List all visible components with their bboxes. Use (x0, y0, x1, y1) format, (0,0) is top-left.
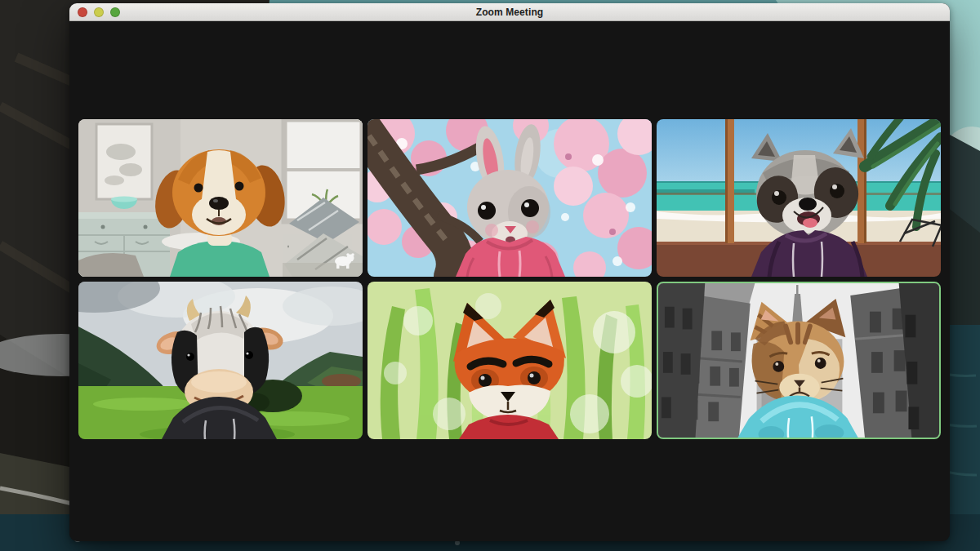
video-feed-fox (368, 282, 652, 439)
video-tile-raccoon[interactable] (657, 119, 941, 277)
video-tile-fox[interactable] (368, 282, 652, 439)
video-tile-cow[interactable] (78, 282, 363, 439)
video-feed-rabbit (368, 119, 652, 277)
video-feed-cat (658, 283, 939, 438)
raccoon-avatar (751, 128, 867, 277)
maximize-button[interactable] (110, 7, 120, 17)
video-feed-dog (78, 119, 363, 277)
video-tile-dog[interactable] (78, 119, 363, 277)
minimize-button[interactable] (94, 7, 104, 17)
picture-frame (96, 124, 152, 199)
video-feed-raccoon (657, 119, 941, 277)
window-titlebar[interactable]: Zoom Meeting (69, 3, 950, 21)
window-title: Zoom Meeting (69, 3, 950, 21)
screen: Zoom Meeting (0, 0, 980, 551)
window-controls (78, 3, 120, 21)
video-tile-cat-active-speaker[interactable] (657, 282, 941, 439)
video-feed-cow (78, 282, 363, 439)
zoom-meeting-window: Zoom Meeting (69, 3, 950, 541)
video-tile-rabbit[interactable] (368, 119, 652, 277)
close-button[interactable] (78, 7, 87, 17)
participant-gallery (78, 119, 941, 439)
